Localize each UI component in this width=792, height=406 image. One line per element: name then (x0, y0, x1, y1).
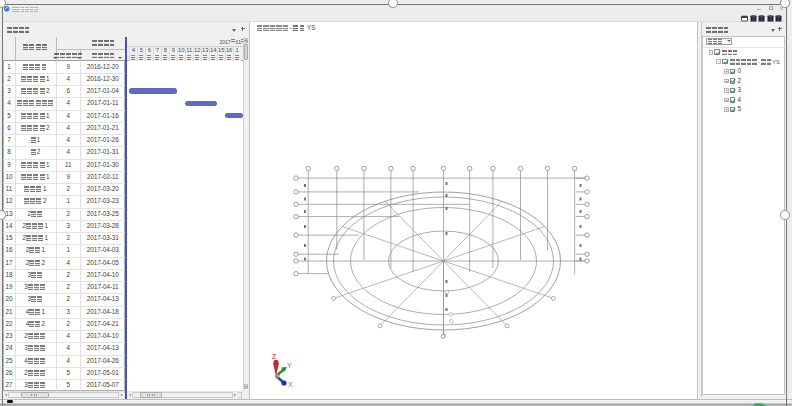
svg-text:X: X (288, 381, 293, 388)
svg-text:Z: Z (272, 353, 277, 360)
svg-text:Y: Y (287, 362, 292, 369)
